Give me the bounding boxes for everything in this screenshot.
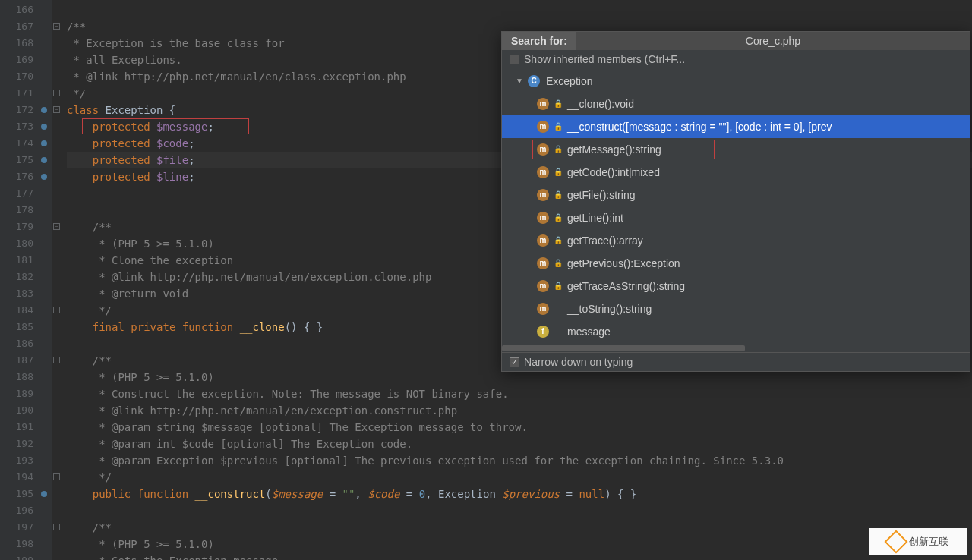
- line-number: 181: [0, 252, 52, 269]
- line-number: 197: [0, 519, 52, 536]
- line-number: 167: [0, 18, 52, 35]
- structure-tree: ▼ C Exception m🔒__clone():voidm🔒__constr…: [502, 68, 970, 344]
- popup-title: Core_c.php: [576, 32, 970, 50]
- line-number: 171: [0, 85, 52, 102]
- line-number: 190: [0, 402, 52, 419]
- search-for-label: Search for:: [502, 32, 576, 50]
- line-number: 194: [0, 469, 52, 486]
- member-label: getTraceAsString():string: [564, 275, 685, 297]
- gutter: 1661671681691701711721731741751761771781…: [0, 0, 52, 560]
- member-label: getMessage():string: [564, 138, 661, 161]
- lock-icon: 🔒: [554, 161, 561, 184]
- code-line[interactable]: * @param int $code [optional] The Except…: [67, 436, 972, 452]
- line-number: 184: [0, 302, 52, 319]
- code-line[interactable]: * Gets the Exception message: [67, 552, 972, 560]
- line-number: 191: [0, 419, 52, 436]
- structure-member-row[interactable]: m__toString():string: [502, 297, 970, 320]
- code-line[interactable]: * (PHP 5 >= 5.1.0): [67, 536, 972, 552]
- line-number: 166: [0, 2, 52, 18]
- fold-toggle-icon[interactable]: [53, 473, 60, 480]
- member-label: message: [564, 320, 611, 343]
- fold-column: [52, 0, 62, 560]
- scrollbar-thumb[interactable]: [502, 345, 745, 351]
- checkbox-icon: [510, 357, 519, 367]
- method-icon: m: [537, 257, 549, 269]
- line-number: 185: [0, 319, 52, 335]
- line-number: 172: [0, 102, 52, 118]
- line-number: 168: [0, 35, 52, 52]
- line-number: 169: [0, 52, 52, 68]
- watermark-icon: [884, 530, 907, 553]
- line-number: 195: [0, 486, 52, 502]
- fold-toggle-icon[interactable]: [53, 357, 60, 363]
- lock-icon: 🔒: [554, 115, 561, 138]
- line-number: 177: [0, 185, 52, 202]
- line-number: 175: [0, 152, 52, 168]
- line-number: 180: [0, 235, 52, 252]
- line-number: 187: [0, 352, 52, 369]
- structure-member-row[interactable]: fmessage: [502, 320, 970, 343]
- line-number: 198: [0, 536, 52, 552]
- watermark-logo: 创新互联: [869, 528, 967, 555]
- line-number: 199: [0, 552, 52, 560]
- code-line[interactable]: * @link http://php.net/manual/en/excepti…: [67, 402, 972, 419]
- method-icon: m: [537, 189, 549, 201]
- popup-scrollbar-horizontal[interactable]: [502, 344, 970, 352]
- structure-popup: Search for: Core_c.php Show inherited me…: [501, 31, 970, 372]
- tree-class-row[interactable]: ▼ C Exception: [502, 70, 970, 93]
- code-line[interactable]: [67, 2, 972, 18]
- line-number: 186: [0, 335, 52, 352]
- code-line[interactable]: * @param string $message [optional] The …: [67, 419, 972, 436]
- lock-icon: 🔒: [554, 206, 561, 229]
- line-number: 188: [0, 369, 52, 385]
- line-number: 176: [0, 168, 52, 185]
- lock-icon: 🔒: [554, 93, 561, 115]
- structure-member-row[interactable]: m🔒getFile():string: [502, 184, 970, 206]
- line-number: 189: [0, 385, 52, 402]
- popup-header: Search for: Core_c.php: [502, 32, 970, 50]
- member-label: getTrace():array: [564, 229, 643, 252]
- code-line[interactable]: [67, 502, 972, 519]
- line-number: 193: [0, 452, 52, 469]
- fold-toggle-icon[interactable]: [53, 307, 60, 313]
- lock-icon: 🔒: [554, 229, 561, 252]
- line-number: 178: [0, 202, 52, 219]
- structure-member-row[interactable]: m🔒getLine():int: [502, 206, 970, 229]
- method-icon: m: [537, 166, 549, 178]
- structure-member-row[interactable]: m🔒getPrevious():Exception: [502, 252, 970, 275]
- structure-member-row[interactable]: m🔒__clone():void: [502, 93, 970, 115]
- code-line[interactable]: /**: [67, 519, 972, 536]
- line-number: 192: [0, 436, 52, 452]
- line-number: 173: [0, 118, 52, 135]
- fold-toggle-icon[interactable]: [53, 524, 60, 530]
- code-line[interactable]: * @param Exception $previous [optional] …: [67, 452, 972, 469]
- method-icon: m: [537, 212, 549, 224]
- checkbox-icon: [510, 55, 519, 64]
- fold-toggle-icon[interactable]: [53, 90, 60, 96]
- structure-member-row[interactable]: m🔒getCode():int|mixed: [502, 161, 970, 184]
- member-label: __toString():string: [564, 297, 652, 320]
- fold-toggle-icon[interactable]: [53, 223, 60, 230]
- code-line[interactable]: */: [67, 469, 972, 486]
- expand-arrow-icon: ▼: [516, 70, 525, 93]
- code-line[interactable]: * Construct the exception. Note: The mes…: [67, 385, 972, 402]
- narrow-down-checkbox[interactable]: Narrow down on typing: [502, 352, 970, 371]
- line-number: 179: [0, 219, 52, 235]
- code-line[interactable]: public function __construct($message = "…: [67, 486, 972, 502]
- structure-member-row[interactable]: m🔒__construct([message : string = ""], […: [502, 115, 970, 138]
- method-icon: m: [537, 303, 549, 315]
- line-number: 174: [0, 135, 52, 152]
- method-icon: m: [537, 234, 549, 247]
- lock-icon: 🔒: [554, 275, 561, 297]
- structure-member-row[interactable]: m🔒getTraceAsString():string: [502, 275, 970, 297]
- fold-toggle-icon[interactable]: [53, 23, 60, 30]
- line-number: 196: [0, 502, 52, 519]
- fold-toggle-icon[interactable]: [53, 106, 60, 113]
- member-label: getCode():int|mixed: [564, 161, 660, 184]
- show-inherited-checkbox[interactable]: Show inherited members (Ctrl+F...: [502, 50, 970, 68]
- method-icon: m: [537, 143, 549, 156]
- method-icon: m: [537, 280, 549, 292]
- lock-icon: 🔒: [554, 138, 561, 161]
- structure-member-row[interactable]: m🔒getTrace():array: [502, 229, 970, 252]
- structure-member-row[interactable]: m🔒getMessage():string: [502, 138, 970, 161]
